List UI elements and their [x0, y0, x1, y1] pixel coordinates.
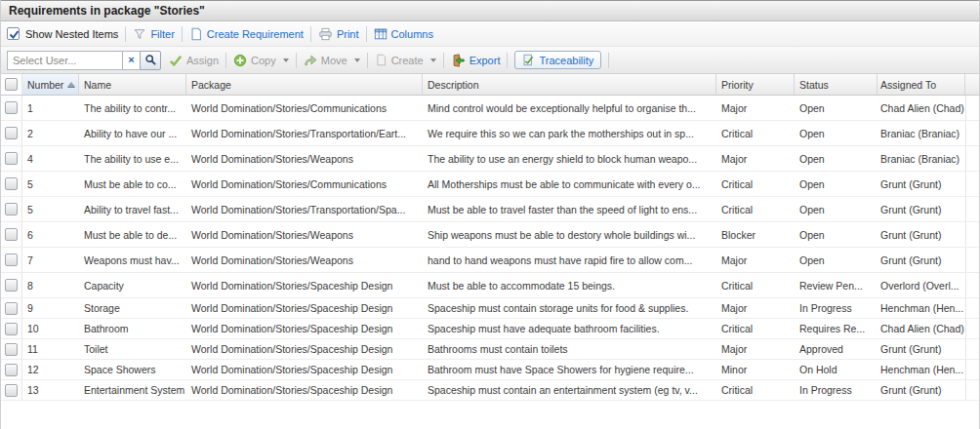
row-checkbox[interactable]	[5, 343, 18, 356]
traceability-label: Traceability	[539, 55, 593, 66]
row-checkbox-cell[interactable]	[1, 319, 22, 338]
table-row[interactable]: 9StorageWorld Domination/Stories/Spacesh…	[1, 298, 979, 319]
cell-assigned-to: Grunt (Grunt)	[878, 172, 965, 196]
copy-button[interactable]: Copy	[233, 54, 289, 67]
cell-status: On Hold	[795, 360, 878, 379]
cell-description: hand to hand weapons must have rapid fir…	[423, 248, 716, 272]
table-row[interactable]: 10BathroomWorld Domination/Stories/Space…	[1, 319, 979, 339]
column-header-description[interactable]: Description	[423, 74, 716, 95]
cell-gutter	[965, 380, 979, 400]
column-header-status-label: Status	[799, 79, 829, 91]
cell-package: World Domination/Stories/Transportation/…	[186, 121, 423, 145]
cell-name: Capacity	[79, 273, 186, 297]
cell-name: Weapons must hav...	[79, 248, 186, 272]
columns-button[interactable]: Columns	[374, 27, 433, 41]
row-checkbox[interactable]	[5, 127, 18, 139]
toolbar-separator	[366, 26, 367, 42]
table-row[interactable]: 2Ability to have our ...World Domination…	[1, 121, 979, 146]
table-row[interactable]: 5Must be able to co...World Domination/S…	[1, 172, 979, 197]
row-checkbox-cell[interactable]	[1, 298, 22, 318]
row-checkbox-cell[interactable]	[1, 172, 22, 196]
toolbar-separator	[367, 53, 368, 68]
table-row[interactable]: 1The ability to contr...World Domination…	[1, 96, 979, 121]
cell-assigned-to: Grunt (Grunt)	[878, 339, 965, 359]
table-row[interactable]: 6Must be able to de...World Domination/S…	[1, 222, 979, 248]
copy-plus-icon	[233, 54, 247, 67]
user-filter-group: ×	[7, 51, 161, 70]
cell-status: Open	[795, 222, 878, 247]
cell-number: 11	[22, 339, 79, 359]
row-checkbox-cell[interactable]	[1, 96, 22, 120]
row-checkbox-cell[interactable]	[1, 146, 22, 171]
create-button[interactable]: Create	[375, 54, 436, 66]
column-header-priority[interactable]: Priority	[716, 74, 795, 95]
copy-label: Copy	[251, 55, 276, 66]
cell-priority: Critical	[716, 380, 795, 400]
row-checkbox[interactable]	[5, 152, 18, 165]
toolbar-separator	[225, 53, 226, 68]
create-requirement-button[interactable]: Create Requirement	[189, 27, 304, 41]
row-checkbox[interactable]	[5, 101, 18, 114]
create-label: Create	[391, 55, 424, 66]
column-header-name[interactable]: Name	[79, 74, 186, 95]
cell-status: Review Pen...	[795, 273, 878, 297]
show-nested-toggle[interactable]: Show Nested Items	[7, 27, 118, 40]
filter-icon	[133, 27, 146, 41]
cell-assigned-to: Henchman (Hen...	[878, 298, 965, 318]
toolbar-separator	[443, 53, 444, 68]
cell-description: The ability to use an energy shield to b…	[423, 146, 716, 171]
row-checkbox[interactable]	[5, 254, 18, 266]
column-header-number[interactable]: Number	[22, 74, 79, 95]
cell-description: Must be able to travel faster than the s…	[423, 197, 716, 221]
cell-number: 1	[22, 96, 79, 120]
table-row[interactable]: 8CapacityWorld Domination/Stories/Spaces…	[1, 273, 979, 298]
search-user-button[interactable]	[140, 51, 161, 70]
select-all-checkbox-cell[interactable]	[1, 74, 22, 95]
assign-button[interactable]: Assign	[169, 55, 219, 66]
clear-user-icon[interactable]: ×	[122, 51, 140, 70]
select-all-checkbox[interactable]	[5, 78, 18, 91]
row-checkbox-cell[interactable]	[1, 121, 22, 145]
row-checkbox-cell[interactable]	[1, 360, 22, 379]
move-button[interactable]: Move	[304, 54, 360, 66]
filter-button[interactable]: Filter	[133, 27, 174, 41]
cell-name: Ability to travel fast...	[79, 197, 186, 221]
cell-name: Must be able to de...	[79, 222, 186, 247]
table-row[interactable]: 12Space ShowersWorld Domination/Stories/…	[1, 360, 979, 380]
column-header-package[interactable]: Package	[186, 74, 423, 95]
print-label: Print	[337, 28, 359, 40]
traceability-button[interactable]: Traceability	[514, 51, 601, 69]
table-row[interactable]: 4The ability to use e...World Domination…	[1, 146, 979, 172]
column-header-status[interactable]: Status	[795, 74, 878, 95]
cell-number: 4	[22, 146, 79, 171]
row-checkbox[interactable]	[5, 323, 18, 335]
export-button[interactable]: Export	[451, 54, 501, 67]
row-checkbox-cell[interactable]	[1, 380, 22, 400]
cell-name: Must be able to co...	[79, 172, 186, 196]
checkbox-checked-icon[interactable]	[7, 27, 20, 40]
table-row[interactable]: 11ToiletWorld Domination/Stories/Spacesh…	[1, 339, 979, 360]
toolbar-separator	[125, 26, 126, 42]
table-row[interactable]: 5Ability to travel fast...World Dominati…	[1, 197, 979, 222]
cell-package: World Domination/Stories/Weapons	[186, 222, 423, 247]
row-checkbox-cell[interactable]	[1, 197, 22, 221]
row-checkbox[interactable]	[5, 302, 18, 315]
traceability-icon	[522, 54, 535, 66]
row-checkbox[interactable]	[5, 228, 18, 241]
row-checkbox-cell[interactable]	[1, 273, 22, 297]
row-checkbox[interactable]	[5, 279, 18, 292]
row-checkbox[interactable]	[5, 203, 18, 215]
cell-status: In Progress	[795, 380, 878, 400]
row-checkbox-cell[interactable]	[1, 248, 22, 272]
row-checkbox[interactable]	[5, 384, 18, 397]
table-row[interactable]: 13Entertainment SystemWorld Domination/S…	[1, 380, 979, 401]
row-checkbox-cell[interactable]	[1, 222, 22, 247]
column-header-assigned-to[interactable]: Assigned To	[878, 74, 965, 95]
table-row[interactable]: 7Weapons must hav...World Domination/Sto…	[1, 248, 979, 273]
row-checkbox-cell[interactable]	[1, 339, 22, 359]
row-checkbox[interactable]	[5, 364, 18, 376]
select-user-input[interactable]	[7, 51, 122, 70]
cell-number: 9	[22, 298, 79, 318]
row-checkbox[interactable]	[5, 177, 18, 190]
print-button[interactable]: Print	[318, 27, 359, 41]
